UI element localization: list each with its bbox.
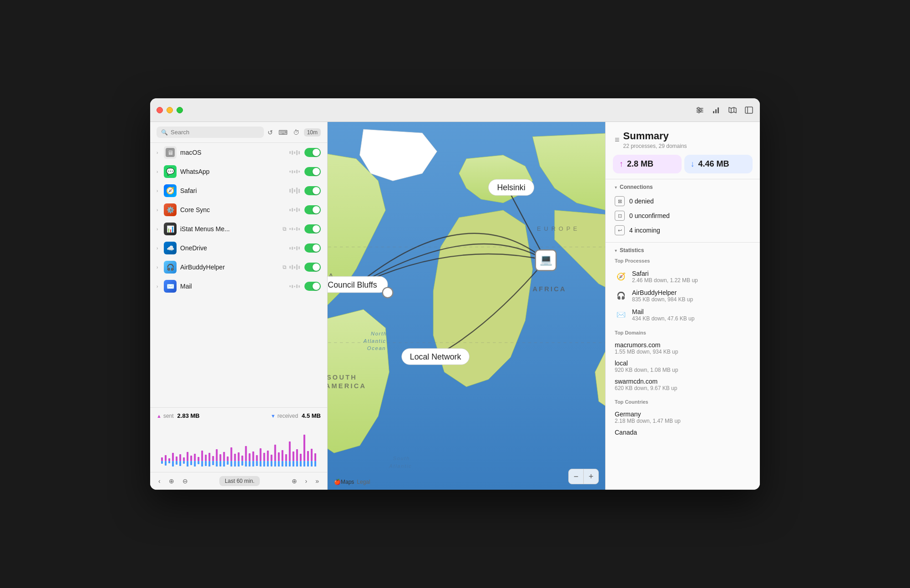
svg-rect-51	[289, 441, 291, 461]
check-icon: ✓	[315, 188, 319, 192]
app-name: AirBuddyHelper	[180, 264, 283, 271]
svg-text:E  U  R  O  P  E: E U R O P E	[537, 225, 578, 232]
traffic-chart	[157, 423, 321, 468]
app-toggle[interactable]: ✓	[304, 224, 321, 233]
svg-text:Local Network: Local Network	[410, 352, 461, 361]
app-name: Mail	[180, 283, 289, 290]
conn-denied: ⊠ 0 denied	[615, 194, 751, 208]
statistics-section-title: Statistics	[620, 247, 644, 253]
svg-rect-33	[223, 452, 225, 461]
statistics-section-header[interactable]: ▾ Statistics	[606, 243, 760, 256]
map-area: NORTH AMERICA SOUTH AMERICA AFRICA E U R…	[328, 122, 605, 490]
maximize-button[interactable]	[177, 107, 183, 113]
zoom-out-button[interactable]: −	[569, 469, 583, 484]
svg-point-3	[698, 107, 699, 109]
svg-rect-88	[267, 461, 269, 466]
zoom-in-icon[interactable]: ⊕	[290, 476, 299, 486]
clock-icon[interactable]: ⏱	[292, 128, 300, 137]
check-icon: ✓	[315, 264, 319, 269]
sidebar-icon[interactable]	[744, 106, 753, 115]
search-input-wrap[interactable]: 🔍	[157, 127, 264, 138]
activity-bars	[289, 227, 300, 231]
time-filter-badge[interactable]: 10m	[304, 128, 321, 137]
svg-rect-41	[253, 451, 254, 461]
top-processes-label: Top Processes	[615, 258, 751, 264]
list-item[interactable]: › 🖥 macOS ✓	[150, 143, 327, 162]
connections-section-header[interactable]: ▾ Connections	[606, 179, 760, 193]
svg-rect-77	[227, 461, 228, 465]
zoom-out-icon[interactable]: ⊖	[181, 476, 190, 486]
svg-rect-86	[260, 461, 262, 466]
app-icon-airbuddy: 🎧	[164, 261, 177, 274]
close-button[interactable]	[157, 107, 163, 113]
svg-rect-60	[165, 461, 167, 466]
country-name: Canada	[615, 429, 751, 436]
search-input[interactable]	[171, 129, 259, 136]
map-icon[interactable]	[728, 106, 737, 115]
upload-arrow-icon: ▲	[157, 413, 162, 419]
svg-rect-46	[271, 455, 273, 461]
app-toggle[interactable]: ✓	[304, 282, 321, 291]
svg-point-4	[700, 109, 702, 111]
node-icon[interactable]: ⊕	[167, 476, 176, 486]
app-toggle[interactable]: ✓	[304, 148, 321, 157]
nav-forward-button[interactable]: ›	[303, 476, 309, 486]
download-card: ↓ 4.46 MB	[684, 155, 753, 173]
download-arrow-icon: ↓	[691, 159, 695, 169]
list-item[interactable]: › ⚙️ Core Sync ✓	[150, 200, 327, 219]
process-name: Safari	[632, 270, 751, 277]
check-icon: ✓	[315, 245, 319, 249]
svg-text:AMERICA: AMERICA	[328, 382, 366, 390]
list-item[interactable]: › 📊 iStat Menus Me... ⧉	[150, 219, 327, 238]
process-info-mail: Mail 434 KB down, 47.6 KB up	[632, 308, 751, 322]
zoom-in-button[interactable]: +	[584, 469, 598, 484]
conn-incoming: ↩ 4 incoming	[615, 223, 751, 238]
app-toggle[interactable]: ✓	[304, 167, 321, 176]
copy-icon: ⧉	[283, 226, 287, 232]
chevron-right-icon: ›	[157, 284, 164, 289]
app-icon-whatsapp: 💬	[164, 165, 177, 178]
svg-rect-19	[172, 453, 174, 461]
list-item[interactable]: › 🎧 AirBuddyHelper ⧉	[150, 258, 327, 277]
list-item[interactable]: › ☁️ OneDrive ✓	[150, 238, 327, 258]
hamburger-icon[interactable]: ≡	[615, 135, 620, 145]
list-item[interactable]: › ✉️ Mail ✓	[150, 277, 327, 296]
toggle-wrap: ✓	[304, 282, 321, 291]
keyboard-icon[interactable]: ⌨	[278, 128, 288, 137]
svg-rect-20	[176, 456, 177, 461]
svg-rect-23	[187, 452, 188, 461]
svg-rect-87	[263, 461, 265, 466]
svg-rect-21	[179, 454, 181, 461]
nav-back-button[interactable]: ‹	[157, 476, 162, 486]
country-name: Germany	[615, 411, 751, 418]
bar-chart-icon[interactable]	[712, 106, 721, 115]
legal-label[interactable]: Legal	[357, 479, 370, 485]
svg-marker-9	[729, 107, 736, 113]
incoming-icon: ↩	[615, 225, 625, 235]
chevron-down-icon: ▾	[615, 185, 617, 190]
list-item[interactable]: › 🧭 Safari ✓	[150, 181, 327, 200]
app-toggle[interactable]: ✓	[304, 243, 321, 253]
chevron-down-icon-2: ▾	[615, 248, 617, 253]
world-map-svg: NORTH AMERICA SOUTH AMERICA AFRICA E U R…	[328, 122, 605, 490]
app-toggle[interactable]: ✓	[304, 263, 321, 272]
svg-rect-89	[271, 461, 273, 466]
nav-end-button[interactable]: »	[313, 476, 321, 486]
svg-rect-69	[197, 461, 199, 464]
chevron-right-icon: ›	[157, 265, 164, 270]
refresh-icon[interactable]: ↺	[267, 128, 274, 137]
main-window: 🔍 ↺ ⌨ ⏱ 10m › 🖥 macOS	[150, 98, 760, 490]
map-attribution: 🍎Maps Legal	[334, 479, 370, 485]
app-toggle[interactable]: ✓	[304, 186, 321, 195]
time-range-button[interactable]: Last 60 min.	[219, 476, 260, 486]
app-toggle[interactable]: ✓	[304, 205, 321, 214]
minimize-button[interactable]	[167, 107, 173, 113]
svg-rect-91	[278, 461, 280, 466]
list-item[interactable]: › 💬 WhatsApp ✓	[150, 162, 327, 181]
sliders-icon[interactable]	[695, 106, 704, 115]
svg-rect-37	[238, 452, 239, 461]
svg-rect-68	[194, 461, 196, 466]
svg-rect-8	[718, 107, 719, 113]
svg-rect-67	[190, 461, 192, 465]
app-icon-macos: 🖥	[164, 146, 177, 159]
